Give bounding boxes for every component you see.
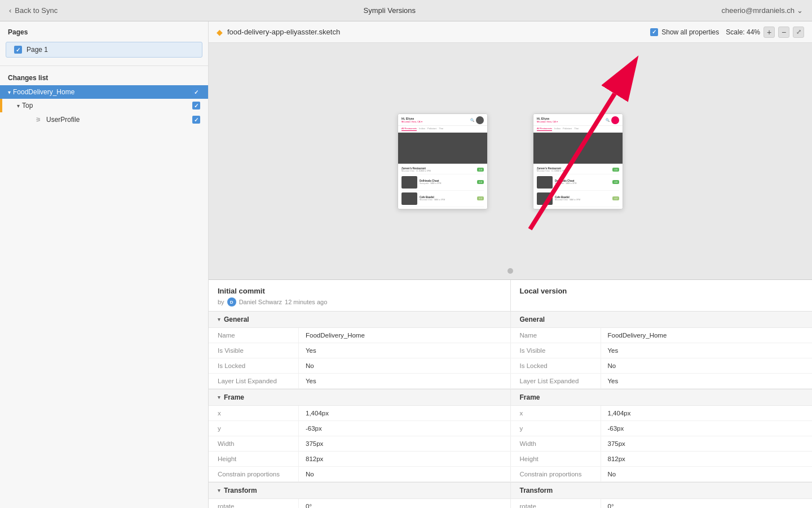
prop-val-layerlist-left: Yes: [299, 374, 510, 388]
prop-val-y-right: -63px: [601, 421, 813, 436]
preview-area: Hi, Eliyas Mountain View, CA ▾ 🔍 All Res…: [209, 43, 812, 280]
prop-row-visible: Is Visible Yes Is Visible Yes: [209, 343, 812, 358]
left-commit-by: by D Daniel Schwarz 12 minutes ago: [218, 297, 501, 306]
list-item: Delhiwala Chaat Sunnyvale · 9AM to 9PM 4…: [537, 174, 619, 191]
left-phone-nav: All Restaurants Indian Pakistani Thai: [398, 126, 487, 133]
right-prop-locked: Is Locked No: [511, 358, 813, 373]
back-button[interactable]: ‹ Back to Sync: [9, 6, 58, 15]
prop-val-rotate-right: 0°: [601, 499, 813, 508]
left-general-title: General: [224, 316, 249, 323]
main-layout: Pages Page 1 Changes list ▾ FoodDelivery…: [0, 21, 812, 508]
general-section: ▾ General General Name FoodDelivery_Home…: [209, 312, 812, 389]
commit-time: 12 minutes ago: [285, 299, 327, 305]
general-tri-left: ▾: [218, 317, 220, 322]
changes-section: Changes list ▾ FoodDelivery_Home ▾ Top ⚞…: [0, 66, 208, 127]
left-prop-locked: Is Locked No: [209, 358, 511, 373]
scale-control: Scale: 44% + − ⤢: [726, 27, 804, 38]
right-prop-height: Height 812px: [511, 452, 813, 466]
userprofile-checkbox[interactable]: [192, 116, 200, 124]
prop-val-layerlist-right: Yes: [601, 374, 813, 388]
restaurant-thumb: [401, 176, 417, 189]
preview-divider-dot: [508, 268, 513, 274]
top-label: Top: [22, 102, 192, 110]
left-avatar: [476, 116, 484, 124]
changes-list-title: Changes list: [0, 68, 208, 85]
fooddelivery-home-checkbox[interactable]: [192, 88, 200, 96]
prop-row-layerlist: Layer List Expanded Yes Layer List Expan…: [209, 374, 812, 389]
right-restaurant-list: Zareen's Restaurant Mountain View · 11:3…: [533, 164, 623, 209]
prop-val-y-left: -63px: [299, 421, 510, 436]
right-frame-title: Frame: [520, 393, 540, 401]
left-search-icon: 🔍: [470, 118, 474, 122]
left-prop-height: Height 812px: [209, 452, 511, 466]
top-triangle-icon: ▾: [17, 103, 20, 109]
left-prop-layerlist: Layer List Expanded Yes: [209, 374, 511, 388]
prop-row-locked: Is Locked No Is Locked No: [209, 358, 812, 374]
page1-checkbox[interactable]: [14, 46, 22, 54]
prop-key-height-right: Height: [511, 452, 601, 466]
fooddelivery-home-label: FoodDelivery_Home: [13, 88, 192, 96]
app-title: Sympli Versions: [364, 6, 416, 15]
prop-val-visible-left: Yes: [299, 343, 510, 358]
prop-key-locked-right: Is Locked: [511, 358, 601, 373]
right-avatar: [611, 116, 619, 124]
right-phone-topbar: Hi, Eliyas Mountain View, CA ▾ 🔍: [533, 114, 623, 126]
filename-label: food-delivery-app-eliyasster.sketch: [227, 28, 340, 36]
zoom-fit-button[interactable]: ⤢: [793, 27, 804, 38]
prop-key-width-right: Width: [511, 436, 601, 451]
sidebar-item-userprofile[interactable]: ⚞ UserProfile: [0, 112, 208, 127]
file-title: ◆ food-delivery-app-eliyasster.sketch: [217, 28, 340, 37]
pages-title: Pages: [0, 21, 208, 40]
sidebar-item-top[interactable]: ▾ Top: [0, 99, 208, 112]
left-prop-name: Name FoodDelivery_Home: [209, 328, 511, 343]
right-transform-header: Transform: [511, 483, 813, 498]
userprofile-label: UserProfile: [46, 116, 192, 124]
user-menu[interactable]: cheerio@mrdaniels.ch ⌄: [721, 6, 803, 15]
right-prop-rotate: rotate 0°: [511, 499, 813, 508]
sidebar-item-fooddelivery-home[interactable]: ▾ FoodDelivery_Home: [0, 85, 208, 99]
left-phone-topbar: Hi, Eliyas Mountain View, CA ▾ 🔍: [398, 114, 487, 126]
component-icon: ⚞: [34, 115, 43, 124]
top-checkbox[interactable]: [192, 102, 200, 110]
page1-label: Page 1: [27, 46, 48, 54]
transform-header-row: ▾ Transform Transform: [209, 483, 812, 499]
back-icon: ‹: [9, 6, 11, 15]
frame-tri-left: ▾: [218, 395, 220, 400]
prop-key-constrain-right: Constrain proportions: [511, 467, 601, 481]
show-all-props[interactable]: Show all properties: [650, 28, 719, 36]
zoom-in-button[interactable]: +: [764, 27, 775, 38]
prop-key-rotate-left: rotate: [209, 499, 299, 508]
chevron-down-icon: ⌄: [797, 6, 803, 15]
prop-key-locked-left: Is Locked: [209, 358, 299, 373]
right-commit-title: Local version: [520, 287, 804, 295]
commit-header: Initial commit by D Daniel Schwarz 12 mi…: [209, 280, 812, 312]
prop-val-constrain-right: No: [601, 467, 813, 481]
right-phone-hero: [533, 133, 623, 164]
show-all-checkbox[interactable]: [650, 28, 658, 36]
right-preview-panel: Hi, Eliyas Mountain View, CA ▾ 🔍 All Res…: [533, 113, 623, 209]
left-prop-width: Width 375px: [209, 436, 511, 451]
prop-key-name-left: Name: [209, 328, 299, 343]
left-prop-x: x 1,404px: [209, 406, 511, 421]
prop-row-constrain: Constrain proportions No Constrain propo…: [209, 467, 812, 482]
prop-key-visible-right: Is Visible: [511, 343, 601, 358]
prop-key-layerlist-right: Layer List Expanded: [511, 374, 601, 388]
commit-author: Daniel Schwarz: [239, 299, 282, 305]
prop-val-locked-left: No: [299, 358, 510, 373]
commit-by-label: by: [218, 299, 224, 305]
list-item: Cafe Baadal Mountain View · 9AM to 9PM 4…: [537, 191, 619, 207]
zoom-out-button[interactable]: −: [778, 27, 789, 38]
right-general-title: General: [520, 316, 545, 323]
left-prop-y: y -63px: [209, 421, 511, 436]
prop-row-x: x 1,404px x 1,404px: [209, 406, 812, 421]
top-bar: ‹ Back to Sync Sympli Versions cheerio@m…: [0, 0, 812, 21]
prop-row-name: Name FoodDelivery_Home Name FoodDelivery…: [209, 328, 812, 343]
page-item-1[interactable]: Page 1: [6, 42, 202, 58]
prop-key-y-left: y: [209, 421, 299, 436]
preview-panels: Hi, Eliyas Mountain View, CA ▾ 🔍 All Res…: [398, 113, 623, 209]
right-prop-visible: Is Visible Yes: [511, 343, 813, 358]
right-commit-col: Local version: [511, 280, 813, 311]
prop-row-height: Height 812px Height 812px: [209, 452, 812, 467]
left-phone-hero: [398, 133, 487, 164]
list-item: Delhiwala Chaat Sunnyvale · 9AM to 9PM 4…: [401, 174, 484, 191]
